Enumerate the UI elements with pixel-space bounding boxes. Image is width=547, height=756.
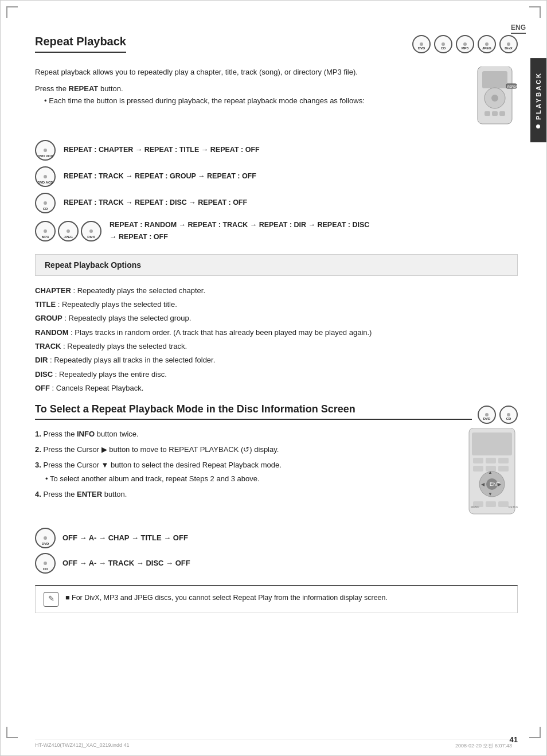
repeat-row-3: CD REPEAT : TRACK → REPEAT : DISC → REPE…: [35, 193, 518, 213]
disc-icon-divx-row: DivX: [81, 221, 101, 241]
svg-text:◀: ◀: [481, 482, 485, 487]
svg-rect-1: [482, 71, 507, 88]
intro-text: Repeat playback allows you to repeatedly…: [35, 67, 463, 79]
section2-header: To Select a Repeat Playback Mode in the …: [35, 403, 518, 428]
steps-remote-row: 1. Press the INFO button twice. 2. Press…: [35, 428, 518, 520]
disc-label-mp3: MP3: [462, 46, 468, 50]
eng-label: ENG: [511, 24, 526, 34]
playback-dot: [537, 124, 541, 128]
svg-point-3: [491, 95, 498, 102]
press-text: Press the REPEAT button.: [35, 84, 463, 93]
remote-svg-1: REPEAT: [472, 67, 518, 130]
disc-icon-dvd: DVD: [412, 35, 431, 53]
def-track: TRACK : Repeatedly plays the selected tr…: [35, 340, 518, 353]
disc2-label-dvd: DVD: [483, 417, 491, 420]
section2-title: To Select a Repeat Playback Mode in the …: [35, 403, 472, 420]
disc-icons-row: DVD CD MP3 JPEG DivX: [412, 35, 518, 53]
disc-icons-row-2: DVD CD: [478, 406, 518, 424]
svg-text:REPEAT: REPEAT: [507, 85, 518, 88]
svg-rect-26: [498, 501, 509, 507]
options-box-title: Repeat Playback Options: [45, 260, 141, 270]
step-1: 1. Press the INFO button twice.: [35, 428, 455, 441]
main-content: Repeat Playback DVD CD MP3 JPEG: [35, 24, 518, 613]
intro-text-block: Repeat playback allows you to repeatedly…: [35, 67, 463, 106]
options-definitions: CHAPTER : Repeatedly plays the selected …: [35, 284, 518, 395]
def-off: OFF : Cancels Repeat Playback.: [35, 381, 518, 395]
svg-text:▼: ▼: [488, 492, 493, 497]
def-group: GROUP : Repeatedly plays the selected gr…: [35, 311, 518, 325]
disc-icon2-dvd: DVD: [478, 406, 496, 424]
repeat-seq-1: REPEAT : CHAPTER → REPEAT : TITLE → REPE…: [64, 144, 260, 156]
svg-text:▶: ▶: [498, 482, 502, 487]
step-4: 4. Press the ENTER button.: [35, 488, 455, 501]
disc-icon-dvd-acd: DVD ACD: [35, 166, 56, 187]
intro-row: Repeat playback allows you to repeatedly…: [35, 67, 518, 130]
disc-icon-jpeg: JPEG: [478, 35, 496, 53]
step-3: 3. Press the Cursor ▼ button to select t…: [35, 459, 455, 471]
def-title: TITLE : Repeatedly plays the selected ti…: [35, 298, 518, 311]
disc-label-jpeg: JPEG: [482, 46, 491, 50]
off-row-1: DVD OFF → A- → CHAP → TITLE → OFF: [35, 528, 518, 548]
disc-icon-jpeg-row: JPEG: [58, 221, 79, 241]
off-row-2: CD OFF → A- → TRACK → DISC → OFF: [35, 553, 518, 574]
off-seq-2: OFF → A- → TRACK → DISC → OFF: [62, 559, 190, 567]
side-tab-wrapper: PLAYBACK: [530, 58, 546, 142]
repeat-sequences: DVD VCD REPEAT : CHAPTER → REPEAT : TITL…: [35, 140, 518, 244]
playback-label: PLAYBACK: [535, 72, 542, 120]
corner-tr: [529, 6, 541, 18]
off-seq-1: OFF → A- → CHAP → TITLE → OFF: [62, 533, 188, 542]
note-box: ✎ ■ For DivX, MP3 and JPEG discs, you ca…: [35, 585, 518, 613]
bullet-text: • Each time the button is pressed during…: [44, 95, 463, 107]
repeat-seq-3: REPEAT : TRACK → REPEAT : DISC → REPEAT …: [64, 197, 247, 209]
svg-rect-10: [472, 432, 512, 455]
remote-svg-section2: ENT ▲ ▼ ◀ ▶ MENU RETURN: [466, 428, 518, 520]
svg-rect-14: [473, 466, 483, 471]
footer-right: 2008-02-20 오전 6:07:43: [455, 742, 512, 750]
def-chapter: CHAPTER : Repeatedly plays the selected …: [35, 284, 518, 297]
disc-icon-dvd-vcd: DVD VCD: [35, 140, 56, 161]
playback-side-tab: PLAYBACK: [530, 58, 546, 142]
note-icon: ✎: [44, 592, 58, 607]
svg-text:RETURN: RETURN: [509, 505, 518, 509]
disc-icon-cd: CD: [434, 35, 452, 53]
repeat-bold: REPEAT: [69, 84, 99, 93]
footer-info: HT-WZ410(TWZ412)_XAC_0219.indd 41 2008-0…: [35, 739, 512, 750]
disc-label-divx: DivX: [505, 46, 512, 50]
note-content: For DivX, MP3 and JPEG discs, you cannot…: [72, 594, 388, 602]
disc-icon-dvd-off: DVD: [35, 528, 56, 548]
def-random: RANDOM : Plays tracks in random order. (…: [35, 326, 518, 339]
page: ENG PLAYBACK Repeat Playback DVD CD: [0, 0, 547, 756]
disc-icon2-cd: CD: [499, 406, 518, 424]
repeat-row-2: DVD ACD REPEAT : TRACK → REPEAT : GROUP …: [35, 166, 518, 187]
steps-text: 1. Press the INFO button twice. 2. Press…: [35, 428, 455, 501]
svg-rect-5: [492, 111, 498, 116]
svg-rect-4: [485, 111, 490, 116]
options-box: Repeat Playback Options: [35, 254, 518, 276]
disc2-label-cd: CD: [506, 417, 511, 420]
footer-left: HT-WZ410(TWZ412)_XAC_0219.indd 41: [35, 742, 130, 750]
repeat-row-4: MP3 JPEG DivX REPEAT : RANDOM → REPEAT :…: [35, 219, 518, 244]
def-dir: DIR : Repeatedly plays all tracks in the…: [35, 353, 518, 367]
note-text: ■ For DivX, MP3 and JPEG discs, you cann…: [65, 592, 388, 603]
svg-text:MENU: MENU: [471, 505, 479, 509]
svg-rect-13: [498, 458, 509, 463]
disc-icon-cd-off: CD: [35, 553, 56, 574]
disc-icon-divx: DivX: [499, 35, 518, 53]
repeat-seq-2: REPEAT : TRACK → REPEAT : GROUP → REPEAT…: [64, 170, 256, 182]
disc-icons-group-mp3-jpeg-divx: MP3 JPEG DivX: [35, 221, 101, 241]
disc-label-dvd: DVD: [418, 46, 425, 50]
remote-device-svg: ENT ▲ ▼ ◀ ▶ MENU RETURN: [466, 428, 518, 520]
section1-title: Repeat Playback: [35, 35, 126, 53]
repeat-row-1: DVD VCD REPEAT : CHAPTER → REPEAT : TITL…: [35, 140, 518, 161]
step-3-sub: • To select another album and track, rep…: [45, 473, 455, 485]
svg-rect-25: [486, 501, 496, 507]
svg-rect-6: [499, 111, 505, 116]
svg-rect-12: [486, 458, 496, 463]
remote-images: REPEAT: [472, 67, 518, 130]
step-2: 2. Press the Cursor ▶ button to move to …: [35, 443, 455, 456]
disc-icon-mp3-row: MP3: [35, 221, 56, 241]
disc-icon-mp3: MP3: [456, 35, 474, 53]
steps-list: 1. Press the INFO button twice. 2. Press…: [35, 428, 455, 501]
disc-label-cd: CD: [441, 46, 446, 50]
svg-rect-16: [498, 466, 509, 471]
